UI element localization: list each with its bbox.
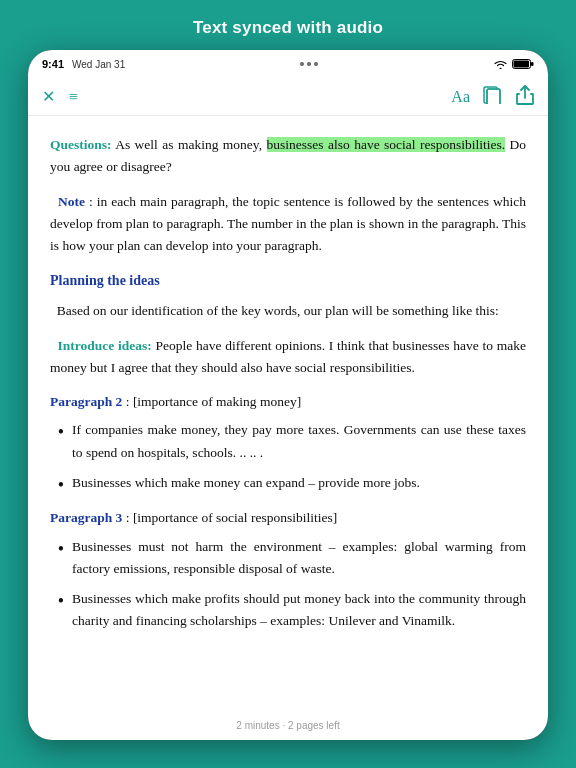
wifi-icon — [493, 59, 508, 70]
paragraph3-label: Paragraph 3 — [50, 510, 122, 525]
status-center — [300, 62, 318, 66]
note-text: : in each main paragraph, the topic sent… — [50, 194, 526, 254]
status-bar: 9:41 Wed Jan 31 — [28, 50, 548, 78]
questions-highlight: businesses also have social responsibili… — [267, 137, 506, 152]
bullet-dot: • — [50, 536, 72, 561]
pages-icon — [482, 86, 504, 104]
paragraph2-header: Paragraph 2 : [importance of making mone… — [50, 391, 526, 413]
bullet-text-1-2: Businesses which make money can expand –… — [72, 472, 526, 494]
note-paragraph: Note : in each main paragraph, the topic… — [50, 191, 526, 258]
status-time: 9:41 — [42, 58, 64, 70]
note-label: Note — [58, 194, 85, 209]
paragraph3-text: : [importance of social responsibilities… — [122, 510, 337, 525]
pages-button[interactable] — [482, 86, 504, 108]
bullet-list-2: • Businesses must not harm the environme… — [50, 536, 526, 633]
toolbar: ✕ ≡ Aa — [28, 78, 548, 116]
app-title: Text synced with audio — [0, 0, 576, 50]
bullet-item-1-1: • If companies make money, they pay more… — [50, 419, 526, 464]
paragraph2-text: : [importance of making money] — [122, 394, 301, 409]
close-button[interactable]: ✕ — [42, 87, 55, 106]
introduce-paragraph: Introduce ideas: People have different o… — [50, 335, 526, 380]
bullet-list-1: • If companies make money, they pay more… — [50, 419, 526, 497]
bullet-item-2-1: • Businesses must not harm the environme… — [50, 536, 526, 581]
bullet-item-1-2: • Businesses which make money can expand… — [50, 472, 526, 497]
footer-text: 2 minutes · 2 pages left — [28, 718, 548, 735]
questions-label: Questions: — [50, 137, 112, 152]
paragraph2-label: Paragraph 2 — [50, 394, 122, 409]
bullet-dot: • — [50, 419, 72, 444]
bullet-text-1-1: If companies make money, they pay more t… — [72, 419, 526, 464]
share-icon — [516, 85, 534, 105]
bullet-text-2-2: Businesses which make profits should put… — [72, 588, 526, 633]
bullet-dot: • — [50, 472, 72, 497]
introduce-label: Introduce ideas: — [58, 338, 152, 353]
status-date: Wed Jan 31 — [72, 59, 125, 70]
svg-rect-4 — [487, 89, 500, 104]
bullet-dot: • — [50, 588, 72, 613]
toolbar-left: ✕ ≡ — [42, 87, 78, 106]
planning-text: Based on our identification of the key w… — [50, 300, 526, 322]
font-size-button[interactable]: Aa — [451, 88, 470, 106]
paragraph3-header: Paragraph 3 : [importance of social resp… — [50, 507, 526, 529]
bullet-item-2-2: • Businesses which make profits should p… — [50, 588, 526, 633]
document-content: Questions: As well as making money, busi… — [28, 116, 548, 740]
svg-rect-2 — [514, 61, 530, 68]
toolbar-right: Aa — [451, 85, 534, 109]
menu-button[interactable]: ≡ — [69, 88, 78, 106]
status-icons — [493, 58, 534, 70]
svg-rect-1 — [531, 62, 534, 66]
device-frame: 9:41 Wed Jan 31 ✕ ≡ Aa — [28, 50, 548, 740]
bullet-text-2-1: Businesses must not harm the environment… — [72, 536, 526, 581]
questions-paragraph: Questions: As well as making money, busi… — [50, 134, 526, 179]
planning-heading: Planning the ideas — [50, 269, 526, 292]
battery-icon — [512, 58, 534, 70]
questions-text: As well as making money, — [112, 137, 263, 152]
share-button[interactable] — [516, 85, 534, 109]
